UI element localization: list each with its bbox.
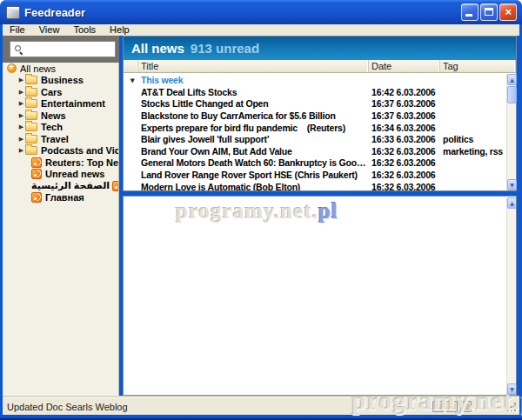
expand-arrow-icon[interactable]: ▶ xyxy=(17,136,25,143)
folder-icon xyxy=(25,88,37,97)
scroll-down-icon[interactable]: ▼ xyxy=(507,179,517,190)
news-title[interactable]: AT&T Deal Lifts Stocks xyxy=(138,87,369,97)
expand-arrow-icon[interactable]: ▶ xyxy=(17,123,25,130)
news-date: 16:32 6.03.2006 xyxy=(369,170,440,180)
news-date: 16:32 6.03.2006 xyxy=(369,182,440,190)
menu-item[interactable]: View xyxy=(32,24,67,36)
tree-item[interactable]: ▶ Cars xyxy=(3,86,118,98)
scroll-up-icon[interactable]: ▲ xyxy=(507,74,517,85)
rss-feed-icon xyxy=(112,181,119,191)
news-row[interactable]: Blair gives Jowell 'full support' 16:33 … xyxy=(124,133,506,145)
content-scrollbar[interactable]: ▲ ▼ xyxy=(506,197,516,395)
status-tray-icon[interactable] xyxy=(460,401,472,412)
tree-item-label: Entertainment xyxy=(37,98,105,109)
column-date[interactable]: Date xyxy=(369,60,440,72)
news-row[interactable]: AT&T Deal Lifts Stocks 16:42 6.03.2006 xyxy=(124,86,506,98)
statusbar: Updated Doc Searls Weblog xyxy=(3,397,519,415)
news-list: ▼ This week AT&T Deal Lifts Stocks 16:42… xyxy=(124,74,506,190)
article-content-pane: programy.net.pl ▲ ▼ xyxy=(123,196,517,396)
tree-item-label: Tech xyxy=(37,122,63,132)
news-list-scrollbar[interactable]: ▲ ▼ xyxy=(506,74,516,190)
search-input[interactable] xyxy=(23,43,115,56)
tree-item[interactable]: ▶ Podcasts and Vid... xyxy=(3,145,118,157)
column-tag[interactable]: Tag xyxy=(440,60,516,72)
news-title[interactable]: Blackstone to Buy CarrAmerica for $5.6 B… xyxy=(138,110,369,121)
news-date: 16:37 6.03.2006 xyxy=(369,110,440,121)
collapse-arrow-icon[interactable]: ▼ xyxy=(124,77,138,84)
tree-item[interactable]: ▶ Reuters: Top News xyxy=(3,157,118,169)
news-date: 16:37 6.03.2006 xyxy=(369,98,440,109)
tree-item-label: Travel xyxy=(37,134,69,144)
status-tray-icon[interactable] xyxy=(446,401,458,412)
status-tray-icon[interactable] xyxy=(432,401,444,412)
folder-icon xyxy=(25,135,37,143)
news-tag: politics xyxy=(440,134,506,144)
tree-item[interactable]: ▶ Unread news xyxy=(3,169,118,181)
expand-arrow-icon[interactable]: ▶ xyxy=(17,147,25,154)
group-row-this-week[interactable]: ▼ This week xyxy=(124,74,506,86)
news-row[interactable]: Stocks Little Changed at Open 16:37 6.03… xyxy=(124,98,506,110)
menubar: File View Tools Help xyxy=(3,24,519,36)
news-title[interactable]: Stocks Little Changed at Open xyxy=(138,98,369,109)
feedreader-app-icon xyxy=(6,6,20,19)
news-date: 16:42 6.03.2006 xyxy=(369,87,440,97)
expand-arrow-icon[interactable]: ▶ xyxy=(17,89,25,96)
tree-item[interactable]: ▶ Entertainment xyxy=(3,98,118,110)
search-box xyxy=(10,41,116,57)
news-tag: marketing, rss xyxy=(440,146,506,157)
news-title[interactable]: Land Rover Range Rover Sport HSE (Chris … xyxy=(138,170,369,180)
news-date: 16:34 6.03.2006 xyxy=(369,123,440,133)
folder-icon xyxy=(25,76,37,84)
news-date: 16:32 6.03.2006 xyxy=(369,146,440,157)
scroll-down-icon[interactable]: ▼ xyxy=(507,383,517,395)
tree-item[interactable]: ▶ Business xyxy=(3,75,118,87)
menu-item[interactable]: File xyxy=(3,24,32,36)
window-title: Feedreader xyxy=(24,6,85,19)
news-title[interactable]: Blair gives Jowell 'full support' xyxy=(138,134,369,144)
tree-item-label: All news xyxy=(17,63,56,74)
news-title[interactable]: General Motors Death Watch 60: Bankruptc… xyxy=(138,157,369,168)
column-icon[interactable] xyxy=(124,60,138,72)
watermark-content: programy.net.pl xyxy=(176,199,338,223)
rss-feed-icon xyxy=(31,157,42,168)
menu-item[interactable]: Help xyxy=(103,24,137,36)
resize-grip[interactable] xyxy=(505,401,517,412)
tree-item-label: الصفحة الرئيسية xyxy=(31,180,110,191)
expand-arrow-icon[interactable]: ▶ xyxy=(17,100,25,107)
news-row[interactable]: Experts prepare for bird flu pandemic (R… xyxy=(124,122,506,134)
tree-item[interactable]: ▶ Travel xyxy=(3,133,118,145)
column-title[interactable]: Title xyxy=(138,60,369,72)
maximize-button[interactable] xyxy=(480,3,498,21)
folder-icon xyxy=(25,111,37,120)
expand-arrow-icon[interactable]: ▶ xyxy=(17,77,25,83)
rss-feed-icon xyxy=(31,192,42,203)
news-title[interactable]: Experts prepare for bird flu pandemic (R… xyxy=(138,123,369,133)
tree-item-label: Cars xyxy=(37,87,62,97)
column-header-row: Title Date Tag xyxy=(124,60,516,73)
tree-item[interactable]: ▶ All news xyxy=(3,63,118,75)
news-panel: All news 913 unread Title Date Tag ▼ Thi… xyxy=(123,36,517,191)
close-button[interactable]: × xyxy=(499,3,517,21)
news-row[interactable]: Blackstone to Buy CarrAmerica for $5.6 B… xyxy=(124,110,506,122)
scroll-up-icon[interactable]: ▲ xyxy=(507,197,517,209)
scrollbar-thumb[interactable] xyxy=(507,86,517,103)
expand-arrow-icon[interactable]: ▶ xyxy=(17,112,25,119)
tree-item[interactable]: ▶ الصفحة الرئيسية xyxy=(3,180,118,192)
news-row[interactable]: Land Rover Range Rover Sport HSE (Chris … xyxy=(124,169,506,181)
status-message: Updated Doc Searls Weblog xyxy=(3,402,128,412)
tree-item[interactable]: ▶ News xyxy=(3,110,118,122)
feedreader-window: Feedreader × File View Tools Help ▶ xyxy=(0,0,522,420)
tree-item[interactable]: ▶ Tech xyxy=(3,122,118,134)
status-icons xyxy=(432,401,472,412)
news-date: 16:32 6.03.2006 xyxy=(369,157,440,168)
tree-item[interactable]: ▶ Главная xyxy=(3,192,118,204)
news-row[interactable]: Modern Love is Automatic (Bob Elton) 16:… xyxy=(124,181,506,190)
news-title[interactable]: Brand Your Own AIM, But Add Value xyxy=(138,146,369,157)
news-row[interactable]: Brand Your Own AIM, But Add Value 16:32 … xyxy=(124,145,506,157)
news-title[interactable]: Modern Love is Automatic (Bob Elton) xyxy=(138,182,369,190)
menu-item[interactable]: Tools xyxy=(66,24,103,36)
search-panel xyxy=(3,36,119,63)
news-row[interactable]: General Motors Death Watch 60: Bankruptc… xyxy=(124,157,506,170)
group-label: This week xyxy=(138,75,369,85)
minimize-button[interactable] xyxy=(461,3,478,21)
